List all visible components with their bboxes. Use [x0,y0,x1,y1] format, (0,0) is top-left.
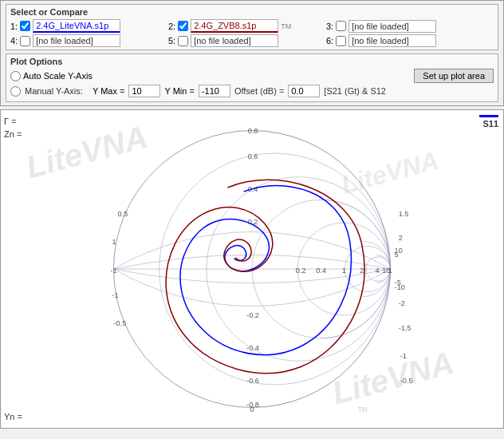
y-max-label: Y Max = [93,86,124,96]
smith-chart-svg: 0 -1 1 0.8 0.6 0.4 0.2 -0.2 -0.4 -0.6 -0… [1,110,503,428]
setup-plot-btn[interactable]: Set up plot area [414,69,494,83]
manual-scale-radio[interactable] [10,86,21,97]
file-item-1: 1: 2.4G_LiteVNA.s1p [10,19,162,33]
tm-watermark: TM [358,406,368,413]
svg-text:2: 2 [360,267,364,275]
yn-label: Yn = [4,412,22,421]
file-checkbox-6[interactable] [336,36,346,46]
svg-text:0.6: 0.6 [248,152,258,160]
plot-left-info: Γ = Zn = [4,117,22,139]
plot-options-row-1: Auto Scale Y-Axis Set up plot area [10,69,494,83]
svg-text:1: 1 [112,238,116,246]
svg-text:-1.5: -1.5 [399,324,411,332]
file-name-2[interactable]: 2.4G_ZVB8.s1p [191,19,278,33]
zn-label: Zn = [4,129,22,139]
svg-text:-0.2: -0.2 [246,311,259,319]
plot-options-row-2: Manual Y-Axis: Y Max = 10 Y Min = -110 O… [10,85,494,97]
file-checkbox-4[interactable] [20,36,30,46]
tm-badge-1: TM [281,22,291,30]
file-name-6[interactable]: [no file loaded] [348,34,436,47]
file-item-6: 6: [no file loaded] [326,34,478,47]
file-rows: 1: 2.4G_LiteVNA.s1p 2: 2.4G_ZVB8.s1p TM … [10,19,494,47]
file-num-4: 4: [10,36,18,45]
file-name-4[interactable]: [no file loaded] [33,34,120,47]
plot-bottom-info: Yn = [4,412,22,421]
legend-box: S11 [479,115,498,129]
file-num-2: 2: [168,22,175,31]
file-num-5: 5: [168,36,175,45]
file-num-3: 3: [326,22,333,31]
svg-text:-10: -10 [395,283,405,291]
svg-text:-0.6: -0.6 [246,377,259,385]
file-item-3: 3: [no file loaded] [326,20,478,33]
svg-text:-0.4: -0.4 [246,344,259,352]
svg-text:-1: -1 [112,291,118,299]
file-name-1[interactable]: 2.4G_LiteVNA.s1p [33,19,120,33]
y-max-input[interactable]: 10 [128,85,160,97]
svg-text:-1: -1 [110,267,116,275]
plot-options-title: Plot Options [10,57,494,66]
file-item-5: 5: [no file loaded] [168,34,320,47]
svg-text:10: 10 [382,267,390,275]
s21-label: [S21 (Gt) & S12 [324,86,386,96]
legend-item-blue [479,115,498,117]
svg-text:-1: -1 [400,352,407,360]
gamma-label: Γ = [4,117,22,126]
svg-text:1: 1 [342,267,346,275]
svg-text:0.4: 0.4 [316,267,326,275]
svg-text:-2: -2 [399,299,405,307]
select-compare-title: Select or Compare [10,7,494,17]
svg-text:0.2: 0.2 [296,267,306,275]
file-section: Select or Compare 1: 2.4G_LiteVNA.s1p 2:… [6,4,498,50]
svg-text:0.8: 0.8 [248,127,258,135]
manual-y-row: Manual Y-Axis: Y Max = 10 Y Min = -110 O… [10,85,386,97]
plot-area: LiteVNA LiteVNA LiteVNA Γ = Zn = Yn = S1… [0,109,504,429]
file-row-1: 1: 2.4G_LiteVNA.s1p 2: 2.4G_ZVB8.s1p TM … [10,19,494,33]
plot-options-section: Plot Options Auto Scale Y-Axis Set up pl… [6,53,498,102]
svg-text:1.5: 1.5 [399,210,409,218]
svg-text:-0.5: -0.5 [400,377,413,385]
auto-scale-radio[interactable] [10,71,21,81]
legend-line-blue [479,115,498,117]
file-checkbox-5[interactable] [178,36,188,46]
file-item-4: 4: [no file loaded] [10,34,162,47]
svg-text:-0.8: -0.8 [246,401,259,409]
svg-text:4: 4 [376,267,380,275]
y-min-input[interactable]: -110 [199,85,230,97]
y-min-label: Y Min = [164,86,194,96]
svg-text:-0.5: -0.5 [114,319,127,327]
svg-text:0.5: 0.5 [118,210,128,218]
file-row-2: 4: [no file loaded] 5: [no file loaded] … [10,34,494,47]
file-name-3[interactable]: [no file loaded] [348,20,436,33]
file-checkbox-1[interactable] [20,21,30,31]
file-name-5[interactable]: [no file loaded] [191,34,278,47]
file-checkbox-2[interactable] [178,21,188,31]
auto-scale-radio-group: Auto Scale Y-Axis [10,71,93,81]
svg-text:10: 10 [395,247,403,255]
file-num-1: 1: [10,22,18,31]
file-checkbox-3[interactable] [336,21,346,31]
file-item-2: 2: 2.4G_ZVB8.s1p TM [168,19,320,33]
s11-legend-label: S11 [479,119,498,129]
manual-y-label: Manual Y-Axis: [25,86,89,96]
svg-text:2: 2 [399,234,403,242]
offset-input[interactable]: 0.0 [288,85,320,97]
offset-label: Offset (dB) = [234,86,284,96]
auto-scale-label: Auto Scale Y-Axis [23,71,93,81]
file-num-6: 6: [326,36,333,45]
